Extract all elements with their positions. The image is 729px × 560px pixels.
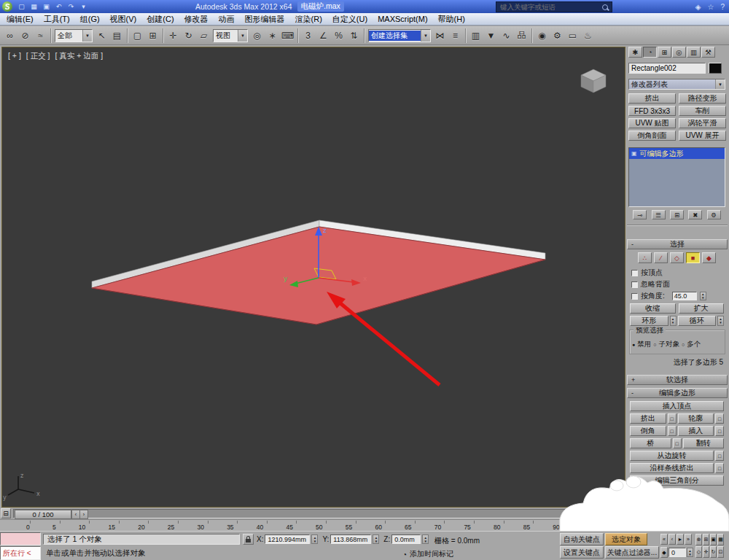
reference-coordinate-system-dropdown[interactable]: 视图▼ [213,29,248,42]
tab-motion[interactable]: ◎ [672,47,686,58]
by-vertex-checkbox[interactable] [631,270,638,276]
extrude-modifier-button[interactable]: 挤出 [628,93,676,104]
show-end-result-icon[interactable]: ☰ [652,210,666,219]
select-and-manipulate-icon[interactable]: ∗ [265,28,280,43]
collapse-icon[interactable]: - [631,241,634,248]
viewport-menu-pov[interactable]: [ 正交 ] [26,51,50,61]
unwrap-uvw-modifier-button[interactable]: UVW 展开 [679,131,726,141]
tab-modify[interactable]: ◔ [643,47,657,58]
ring-spinner[interactable]: ▲▼ [670,316,677,326]
select-object-icon[interactable]: ↖ [94,28,109,43]
zoom-extents-icon[interactable]: ▣ [710,534,717,545]
lathe-modifier-button[interactable]: 车削 [679,106,726,116]
menu-item-3[interactable]: 组(G) [75,13,105,25]
tab-utilities[interactable]: ⚒ [701,47,715,58]
menu-item-5[interactable]: 创建(C) [141,13,179,25]
bind-to-space-warp-icon[interactable]: ≈ [33,28,48,43]
tab-create[interactable]: ✱ [628,47,642,58]
render-production-icon[interactable]: ♨ [580,28,596,43]
radio-multiple-label[interactable]: 多个 [687,340,701,349]
zoom-all-icon[interactable]: ⊞ [703,534,709,545]
add-time-tag[interactable]: ◔ 添加时间标记 [402,549,453,559]
modifier-list-dropdown[interactable]: 修改器列表 ▼ [628,79,725,90]
element-subobject-icon[interactable]: ◆ [702,252,716,263]
remove-modifier-icon[interactable]: ✖ [688,210,702,219]
set-key-button[interactable]: 设置关键点 [560,546,604,559]
select-by-name-icon[interactable]: ▤ [109,28,125,43]
bridge-button[interactable]: 桥 [630,438,671,448]
zoom-extents-all-icon[interactable]: ▦ [717,534,724,545]
save-file-icon[interactable]: ▣ [41,1,52,12]
x-coord-field[interactable]: 1210.994mm [265,534,310,544]
pan-view-icon[interactable]: ✛ [703,546,709,558]
object-name-field[interactable] [628,63,706,74]
rectangular-selection-region-icon[interactable]: ▢ [130,28,145,43]
app-logo-icon[interactable]: S [2,1,12,12]
hinge-from-edge-button[interactable]: 从边旋转 [630,451,714,461]
inset-button[interactable]: 插入 [678,426,714,436]
unlink-selection-icon[interactable]: ⊘ [17,28,33,43]
zoom-icon[interactable]: ⊕ [695,534,702,545]
menu-item-4[interactable]: 视图(V) [105,13,142,25]
rollout-soft-selection-header[interactable]: + 软选择 [627,375,728,385]
configure-modifier-sets-icon[interactable]: ⚙ [707,210,721,219]
render-setup-icon[interactable]: ⚙ [550,28,565,43]
selection-lock-toggle[interactable] [243,534,254,545]
bevel-button[interactable]: 倒角 [630,426,666,436]
flip-button[interactable]: 翻转 [683,438,725,448]
angle-spinner[interactable]: ▲▼ [700,292,706,300]
angle-value-field[interactable]: 45.0 [672,292,697,300]
auto-key-button[interactable]: 自动关键点 [560,533,604,545]
modifier-stack-item-editable-poly[interactable]: ▣ 可编辑多边形 [629,148,725,159]
tab-display[interactable]: ▥ [687,47,701,58]
radio-disable-label[interactable]: 禁用 [637,340,651,349]
menu-item-8[interactable]: 图形编辑器 [240,13,290,25]
layer-manager-icon[interactable]: ▥ [468,28,483,43]
bevel-profile-modifier-button[interactable]: 倒角剖面 [628,131,676,141]
snap-toggle-icon[interactable]: 3 [300,28,316,43]
keyboard-shortcut-override-icon[interactable]: ⌨ [280,28,295,43]
x-coord-spinner[interactable]: ▲▼ [311,534,318,544]
by-angle-checkbox[interactable] [631,293,638,300]
viewport-menu-general[interactable]: [ + ] [8,51,21,61]
search-input[interactable] [499,2,602,12]
material-editor-icon[interactable]: ◉ [534,28,550,43]
open-file-icon[interactable]: ▦ [28,1,39,12]
schematic-view-icon[interactable]: 品 [514,28,529,43]
bridge-button-settings[interactable]: □ [673,438,682,448]
menu-item-9[interactable]: 渲染(R) [290,13,327,25]
polygon-subobject-icon[interactable]: ■ [686,252,700,263]
time-slider-track[interactable]: 0 / 100 ‹ › [13,509,622,518]
extrude-along-spline-button-settings[interactable]: □ [715,463,724,473]
window-crossing-toggle-icon[interactable]: ⊞ [145,28,160,43]
menu-item-2[interactable]: 工具(T) [39,13,75,25]
rendered-frame-window-icon[interactable]: ▭ [565,28,580,43]
communication-center-icon[interactable]: ◈ [695,3,701,11]
undo-icon[interactable]: ↶ [53,1,64,12]
viewport[interactable]: [ + ] [ 正交 ] [ 真实 + 边面 ] [1,47,625,508]
go-to-end-button[interactable]: » [685,534,692,545]
make-unique-icon[interactable]: ⊞ [670,210,684,219]
viewport-scene[interactable]: x y z x y z [2,47,625,507]
curve-editor-icon[interactable]: ∿ [499,28,514,43]
rollout-selection-header[interactable]: - 选择 [627,239,728,249]
align-icon[interactable]: ≡ [448,28,463,43]
help-icon[interactable]: ? [720,3,725,11]
radio-unselected-icon[interactable]: ○ [682,342,685,347]
modifier-stack-list[interactable]: ▣ 可编辑多边形 [628,147,725,207]
grow-button[interactable]: 扩大 [679,303,725,314]
edit-triangulation-button[interactable]: 编辑三角剖分 [630,475,724,486]
border-subobject-icon[interactable]: ◇ [670,252,684,263]
radio-unselected-icon[interactable]: ○ [653,342,656,347]
add-time-tag-label[interactable]: 添加时间标记 [410,549,453,559]
spinner-snap-icon[interactable]: ⇅ [346,28,362,43]
menu-item-10[interactable]: 自定义(U) [327,13,373,25]
go-to-start-button[interactable]: « [660,534,668,545]
viewcube[interactable] [581,69,606,93]
percent-snap-icon[interactable]: % [331,28,346,43]
quick-access-dropdown-icon[interactable]: ▾ [78,1,89,12]
tab-hierarchy[interactable]: ⊞ [658,47,671,58]
bevel-button-settings[interactable]: □ [668,426,677,436]
favorites-icon[interactable]: ☆ [707,3,714,11]
insert-vertex-button[interactable]: 插入顶点 [630,401,724,411]
